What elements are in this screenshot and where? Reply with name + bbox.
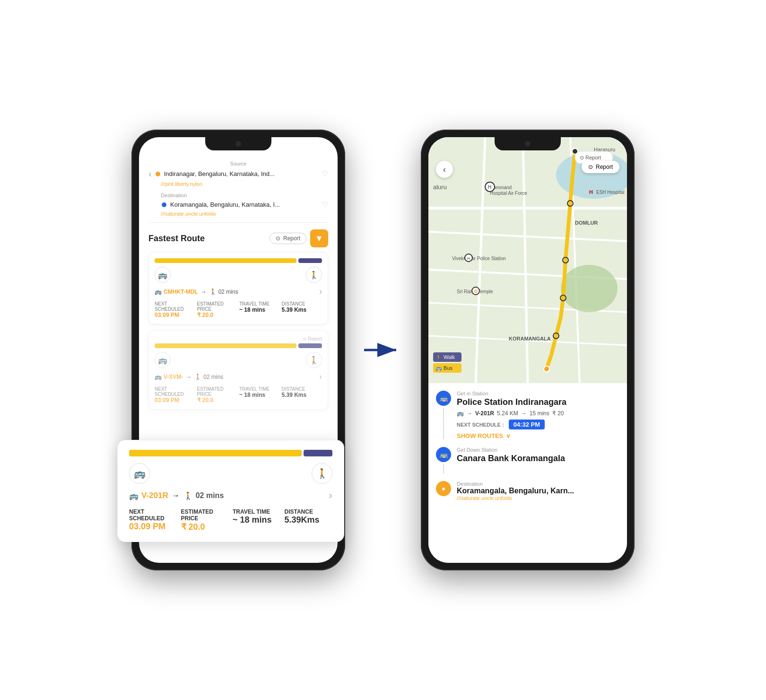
travel-label: TRAVEL TIME xyxy=(239,301,280,306)
get-in-label: Get in Station xyxy=(457,391,619,396)
route-card-1[interactable]: 🚌 🚶 🚌 CMHKT-MDL → 🚶 02 mins › NEXT SCHED… xyxy=(148,252,328,324)
dest-info-panel: Destination Koramangala, Bengaluru, Karn… xyxy=(457,481,574,501)
station-connector-1 xyxy=(443,408,444,439)
svg-point-18 xyxy=(544,366,549,372)
dist-val: 5.39 Kms xyxy=(282,306,322,313)
price-val: ₹ 20.0 xyxy=(197,312,238,318)
floating-gray-bar xyxy=(304,450,332,456)
get-in-station-entry: 🚌 Get in Station Police Station Indirana… xyxy=(436,391,619,439)
report-label: Report xyxy=(283,235,300,242)
floating-stat-2: ESTIMATED PRICE ₹ 20.0 xyxy=(181,508,229,532)
map-report-label: Report xyxy=(596,164,613,170)
report-button[interactable]: ⊙ Report xyxy=(270,233,306,244)
dest-panel-name: Koramangala, Bengaluru, Karn... xyxy=(457,487,574,495)
schedule-time-2: 04:32 PM xyxy=(509,420,545,429)
get-down-info: Get Down Station Canara Bank Koramangala xyxy=(457,447,619,473)
phone-left: Source ‹ Indiranagar, Bengaluru, Karnata… xyxy=(131,130,345,570)
floating-yellow-bar xyxy=(129,450,302,456)
map-report-button[interactable]: ⊙ Report xyxy=(582,161,619,173)
get-down-station-entry: 🚌 Get Down Station Canara Bank Koramanga… xyxy=(436,447,619,473)
floating-bus-route: V-201R xyxy=(141,491,168,500)
route-arrow2: → xyxy=(521,410,527,417)
stat-distance: DISTANCE 5.39 Kms xyxy=(282,301,322,318)
floating-stat-3: TRAVEL TIME ~ 18 mins xyxy=(233,508,281,532)
map-back-button[interactable]: ‹ xyxy=(436,161,453,178)
svg-text:Hospital Air Force: Hospital Air Force xyxy=(490,191,527,196)
price-label: ESTIMATED PRICE xyxy=(197,301,238,312)
bus-route-1: CMHKT-MDL xyxy=(164,289,198,295)
gray-bar-2 xyxy=(298,343,322,348)
svg-text:DOMLUR: DOMLUR xyxy=(575,220,598,226)
walk-time-2: 02 mins xyxy=(203,374,223,380)
dest-label-text: Destination xyxy=(161,192,328,198)
walk-time-1: 02 mins xyxy=(218,289,238,295)
floating-walk-small: 🚶 xyxy=(183,491,193,500)
floating-bar xyxy=(129,450,332,456)
station-connector-2 xyxy=(443,464,444,473)
floating-dist-label: DISTANCE xyxy=(285,508,333,515)
source-dot xyxy=(156,172,160,176)
route-bar-2 xyxy=(155,343,322,348)
route-info-2: 🚌 V-SVM- → 🚶 02 mins › xyxy=(155,372,322,382)
svg-text:KORAMANGALA: KORAMANGALA xyxy=(509,336,551,341)
yellow-bar-2 xyxy=(155,343,296,348)
fastest-route-title: Fastest Route xyxy=(148,234,205,244)
dest-w3w: ///saturate.uncle.unfolds xyxy=(161,211,328,217)
dest-favorite-icon[interactable]: ♡ xyxy=(322,200,328,209)
route-time: 15 mins xyxy=(530,410,549,417)
floating-travel-val: ~ 18 mins xyxy=(233,515,281,525)
route-icons-1: 🚌 🚶 xyxy=(155,267,322,283)
walk-icon-small-2: 🚶 xyxy=(194,374,201,380)
dist-val-2: 5.39 Kms xyxy=(282,392,322,398)
bus-icon-1: 🚌 xyxy=(155,267,171,283)
floating-travel-label: TRAVEL TIME xyxy=(233,508,281,515)
floating-dist-val: 5.39Kms xyxy=(285,515,333,525)
price-label-2: ESTIMATED PRICE xyxy=(197,386,238,397)
travel-val-2: ~ 18 mins xyxy=(239,392,280,398)
next-sched-label-2: NEXT SCHEDULED xyxy=(155,386,195,397)
gray-bar xyxy=(298,258,322,263)
get-in-station-name: Police Station Indiranagara xyxy=(457,397,619,407)
get-in-station-icon: 🚌 xyxy=(436,391,451,406)
route-card-2[interactable]: ⊙ Report 🚌 🚶 🚌 V-SVM- → 🚶 02 mi xyxy=(148,330,328,410)
floating-next-val: 03.09 PM xyxy=(129,522,177,532)
show-routes-button[interactable]: SHOW ROUTES ∨ xyxy=(457,432,619,439)
bus-route-2: V-SVM- xyxy=(164,374,183,380)
svg-point-12 xyxy=(561,265,618,312)
route-stats-1: NEXT SCHEDULED 03:09 PM ESTIMATED PRICE … xyxy=(155,301,322,318)
route-arrow: → xyxy=(467,410,472,417)
route-stats-2: NEXT SCHEDULED 03:09 PM ESTIMATED PRICE … xyxy=(155,386,322,403)
walk-icon-2: 🚶 xyxy=(306,352,322,368)
divider1 xyxy=(148,222,328,223)
report-icon: ⊙ xyxy=(276,235,280,242)
floating-next-label: NEXT SCHEDULED xyxy=(129,508,177,522)
route-bus-icon: 🚌 xyxy=(457,410,464,417)
route-detail: 🚌 → V-201R 5.24 KM → 15 mins ₹ 20 xyxy=(457,410,619,417)
direction-arrow xyxy=(364,341,402,359)
stat-next-scheduled: NEXT SCHEDULED 03:09 PM xyxy=(155,301,195,318)
station-icon-col-2: 🚌 xyxy=(436,447,451,473)
filter-button[interactable]: ▼ xyxy=(310,229,328,247)
source-favorite-icon[interactable]: ♡ xyxy=(322,169,328,178)
arrow-2: → xyxy=(186,374,192,380)
dest-panel-w3w: ///saturate.uncle.unfolds xyxy=(457,495,574,501)
route-icons-2: 🚌 🚶 xyxy=(155,352,322,368)
back-chevron-icon: ‹ xyxy=(443,165,446,175)
svg-text:🚶 Walk: 🚶 Walk xyxy=(435,354,455,360)
walk-icon-1: 🚶 xyxy=(306,267,322,283)
floating-chevron: › xyxy=(329,490,332,502)
get-down-station-icon: 🚌 xyxy=(436,447,451,462)
arrow-svg xyxy=(364,341,402,359)
floating-route-card: 🚌 🚶 🚌 V-201R → 🚶 02 mins › NEXT SCHEDULE… xyxy=(117,440,344,542)
stat-distance-2: DISTANCE 5.39 Kms xyxy=(282,386,322,403)
route-price: ₹ 20 xyxy=(552,410,564,417)
floating-stats: NEXT SCHEDULED 03.09 PM ESTIMATED PRICE … xyxy=(129,508,332,532)
info-panel: 🚌 Get in Station Police Station Indirana… xyxy=(428,383,627,563)
yellow-bar xyxy=(155,258,296,263)
svg-text:H: H xyxy=(467,256,470,261)
stat-travel-time-2: TRAVEL TIME ~ 18 mins xyxy=(239,386,280,403)
bus-icon-small: 🚌 xyxy=(155,289,162,295)
back-button[interactable]: ‹ xyxy=(148,168,152,179)
fastest-route-header: Fastest Route ⊙ Report ▼ xyxy=(148,229,328,247)
stat-est-price-2: ESTIMATED PRICE ₹ 20.0 xyxy=(197,386,238,403)
